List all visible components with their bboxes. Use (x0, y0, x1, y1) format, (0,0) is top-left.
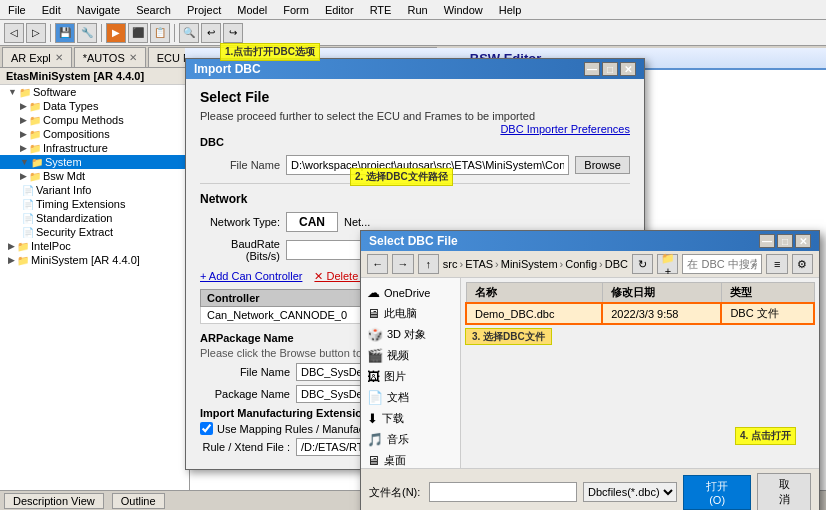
status-outline[interactable]: Outline (112, 493, 165, 509)
sidebar-pictures[interactable]: 🖼 图片 (361, 366, 460, 387)
toolbar-btn-3[interactable]: 🔧 (77, 23, 97, 43)
back-btn[interactable]: ← (367, 254, 388, 274)
sidebar-item-intelpoc[interactable]: ▶ 📁 IntelPoc (0, 239, 189, 253)
file-table: 名称 修改日期 类型 Demo_DBC.dbc 2022/3/3 9:58 DB… (465, 282, 815, 325)
annotation-3-container: 3. 选择DBC文件 (465, 329, 815, 344)
toolbar-btn-6[interactable]: 📋 (150, 23, 170, 43)
new-folder-btn[interactable]: 📁+ (657, 254, 678, 274)
file-date-cell: 2022/3/3 9:58 (602, 303, 721, 324)
sidebar-item-system[interactable]: ▼ 📁 System (0, 155, 189, 169)
dialog-close-btn[interactable]: ✕ (620, 62, 636, 76)
sidebar-docs[interactable]: 📄 文档 (361, 387, 460, 408)
up-btn[interactable]: ↑ (418, 254, 439, 274)
select-dbc-maximize-btn[interactable]: □ (777, 234, 793, 248)
dbc-label: DBC (200, 136, 224, 148)
sidebar-onedrive[interactable]: ☁ OneDrive (361, 282, 460, 303)
select-dbc-close-btn[interactable]: ✕ (795, 234, 811, 248)
file-row-demo-dbc[interactable]: Demo_DBC.dbc 2022/3/3 9:58 DBC 文件 (466, 303, 814, 324)
menu-search[interactable]: Search (132, 4, 175, 16)
sidebar-3d[interactable]: 🎲 3D 对象 (361, 324, 460, 345)
toolbar-btn-save[interactable]: 💾 (55, 23, 75, 43)
footer-filetype-select[interactable]: Dbcfiles(*.dbc) (583, 482, 677, 502)
path-bar: src › ETAS › MiniSystem › Config › DBC (443, 258, 628, 270)
toolbar: ◁ ▷ 💾 🔧 ▶ ⬛ 📋 🔍 ↩ ↪ (0, 20, 826, 46)
file-search-input[interactable] (682, 254, 762, 274)
toolbar-btn-4[interactable]: ▶ (106, 23, 126, 43)
toolbar-btn-8[interactable]: ↩ (201, 23, 221, 43)
sidebar-downloads[interactable]: ⬇ 下载 (361, 408, 460, 429)
sidebar-root: EtasMiniSystem [AR 4.4.0] (0, 68, 189, 85)
refresh-btn[interactable]: ↻ (632, 254, 653, 274)
toolbar-btn-2[interactable]: ▷ (26, 23, 46, 43)
network-type-label: Network Type: (200, 216, 280, 228)
file-dialog-toolbar: ← → ↑ src › ETAS › MiniSystem › Config ›… (361, 251, 819, 278)
cancel-button[interactable]: 取消 (757, 473, 811, 510)
sidebar-item-standardization[interactable]: 📄 Standardization (0, 211, 189, 225)
dialog-maximize-btn[interactable]: □ (602, 62, 618, 76)
sidebar-music[interactable]: 🎵 音乐 (361, 429, 460, 450)
col-name[interactable]: 名称 (466, 283, 602, 304)
select-dbc-minimize-btn[interactable]: — (759, 234, 775, 248)
view-btn[interactable]: ≡ (766, 254, 787, 274)
use-mapping-checkbox[interactable] (200, 422, 213, 435)
sidebar-item-variantinfo[interactable]: 📄 Variant Info (0, 183, 189, 197)
menu-window[interactable]: Window (440, 4, 487, 16)
sidebar-item-compositions[interactable]: ▶ 📁 Compositions (0, 127, 189, 141)
net-label: Net... (344, 216, 370, 228)
menu-navigate[interactable]: Navigate (73, 4, 124, 16)
col-date[interactable]: 修改日期 (602, 283, 721, 304)
toolbar-btn-7[interactable]: 🔍 (179, 23, 199, 43)
sidebar-item-bswmdt[interactable]: ▶ 📁 Bsw Mdt (0, 169, 189, 183)
tab-autos[interactable]: *AUTOS ✕ (74, 47, 146, 67)
annotation-1: 1.点击打开DBC选项 (220, 43, 320, 61)
forward-btn[interactable]: → (392, 254, 413, 274)
sidebar-item-datatypes[interactable]: ▶ 📁 Data Types (0, 99, 189, 113)
sidebar-thispc[interactable]: 🖥 此电脑 (361, 303, 460, 324)
toolbar-btn-5[interactable]: ⬛ (128, 23, 148, 43)
toolbar-btn-9[interactable]: ↪ (223, 23, 243, 43)
sidebar-item-security[interactable]: 📄 Security Extract (0, 225, 189, 239)
menu-help[interactable]: Help (495, 4, 526, 16)
menu-file[interactable]: File (4, 4, 30, 16)
menu-editor[interactable]: Editor (321, 4, 358, 16)
import-dbc-title: Import DBC (194, 62, 261, 76)
footer-filename-input[interactable] (429, 482, 577, 502)
menu-project[interactable]: Project (183, 4, 225, 16)
sort-btn[interactable]: ⚙ (792, 254, 813, 274)
sidebar-video[interactable]: 🎬 视频 (361, 345, 460, 366)
sidebar-item-minisystem[interactable]: ▶ 📁 MiniSystem [AR 4.4.0] (0, 253, 189, 267)
baud-label: BaudRate (Bits/s) (200, 238, 280, 262)
sidebar-item-software[interactable]: ▼ 📁 Software (0, 85, 189, 99)
col-type[interactable]: 类型 (721, 283, 814, 304)
menu-form[interactable]: Form (279, 4, 313, 16)
select-dbc-dialog: Select DBC File — □ ✕ ← → ↑ src › ETAS ›… (360, 230, 820, 510)
footer-filename-label: 文件名(N): (369, 485, 423, 500)
menu-rte[interactable]: RTE (366, 4, 396, 16)
status-description[interactable]: Description View (4, 493, 104, 509)
menu-run[interactable]: Run (403, 4, 431, 16)
menu-edit[interactable]: Edit (38, 4, 65, 16)
baud-input[interactable] (286, 240, 366, 260)
sidebar-3d-label: 3D 对象 (387, 327, 426, 342)
sidebar-item-timing[interactable]: 📄 Timing Extensions (0, 197, 189, 211)
tab-ar-expl[interactable]: AR Expl ✕ (2, 47, 72, 67)
sidebar-docs-label: 文档 (387, 390, 409, 405)
ar-filename-label: File Name (200, 366, 290, 378)
open-button[interactable]: 打开(O) (683, 475, 751, 510)
browse-button[interactable]: Browse (575, 156, 630, 174)
menu-bar: File Edit Navigate Search Project Model … (0, 0, 826, 20)
ar-package-label: Package Name (200, 388, 290, 400)
sidebar-onedrive-label: OneDrive (384, 287, 430, 299)
sidebar-desktop-label: 桌面 (384, 453, 406, 468)
import-dbc-section-title: Select File (200, 89, 630, 105)
filename-label: File Name (200, 159, 280, 171)
add-can-controller-link[interactable]: + Add Can Controller (200, 270, 302, 283)
dbc-importer-prefs-link[interactable]: DBC Importer Preferences (500, 123, 630, 135)
sidebar-desktop[interactable]: 🖥 桌面 (361, 450, 460, 468)
sidebar-item-compu[interactable]: ▶ 📁 Compu Methods (0, 113, 189, 127)
network-section-heading: Network (200, 192, 630, 206)
sidebar-item-infrastructure[interactable]: ▶ 📁 Infrastructure (0, 141, 189, 155)
menu-model[interactable]: Model (233, 4, 271, 16)
toolbar-btn-1[interactable]: ◁ (4, 23, 24, 43)
dialog-minimize-btn[interactable]: — (584, 62, 600, 76)
